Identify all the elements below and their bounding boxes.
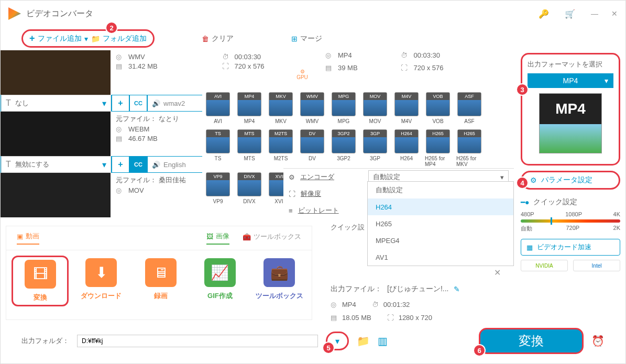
folder-dropdown[interactable]: 5 ▾ — [326, 332, 349, 350]
slider-icon: ━● — [521, 198, 529, 206]
format-option[interactable]: 3GP3GP — [362, 129, 388, 167]
folder-icon: 📁 — [91, 35, 100, 43]
gpu-accel-toggle[interactable]: ▦ ビデオカード加速 — [521, 239, 620, 256]
video-icon: ▣ — [17, 233, 23, 240]
format-option[interactable]: VP9VP9 — [205, 172, 231, 204]
resolution-icon: ⛶ — [401, 64, 409, 72]
add-subtitle-button[interactable]: + — [112, 157, 129, 172]
tool-convert[interactable]: 1 🎞 変換 — [12, 256, 69, 306]
badge-4: 4 — [516, 177, 529, 189]
format-option[interactable]: TSTS — [205, 129, 231, 167]
add-file-button[interactable]: + ファイル追加 ▾ — [29, 33, 88, 44]
gear-icon: ⚙ — [289, 173, 295, 181]
resolution-icon: ⛶ — [387, 314, 396, 322]
format-option[interactable]: MOVMOV — [362, 92, 388, 124]
output-info: ◎MP4 ⏱00:03:30 ▤39 MB ⛶720 x 576 — [325, 50, 444, 72]
size-icon: ▤ — [116, 62, 124, 70]
clear-button[interactable]: 🗑 クリア — [202, 34, 234, 43]
format-option[interactable]: H265 H265 for MP4 — [425, 129, 451, 167]
format-icon: ◎ — [116, 125, 124, 133]
format-option[interactable]: MTSMTS — [236, 129, 262, 167]
tool-gif[interactable]: 📈 GIF作成 — [193, 256, 247, 306]
format-option[interactable]: 3GP23GP2 — [331, 129, 357, 167]
tool-toolbox[interactable]: 💼 ツールボックス — [252, 256, 306, 306]
quality-slider[interactable] — [521, 219, 620, 223]
edit-icon[interactable]: ✎ — [454, 285, 460, 293]
plus-icon: + — [29, 33, 35, 44]
trash-icon: 🗑 — [202, 35, 209, 43]
add-subtitle-button[interactable]: + — [112, 95, 129, 111]
encoder-option[interactable]: 自動設定 — [368, 182, 513, 198]
download-icon: ⬇ — [95, 264, 107, 281]
resolution-icon: ⛶ — [289, 190, 295, 198]
format-icon: ◎ — [116, 186, 124, 194]
tab-toolbox[interactable]: 🧰ツールボックス — [243, 231, 301, 245]
add-group: 2 + ファイル追加 ▾ 📁 フォルダ追加 — [21, 29, 155, 48]
gpu-icon: ⚙GPU — [294, 69, 311, 85]
format-option[interactable]: H265 H265 for MKV — [456, 129, 482, 167]
close-icon[interactable]: ✕ — [494, 268, 501, 277]
resolution-icon: ⛶ — [222, 62, 230, 70]
list-button[interactable]: ▥ — [378, 335, 388, 347]
minimize-button[interactable]: — — [591, 9, 598, 18]
output-file-panel: ✕ 出力ファイル： [びじゅチューン!... ✎ ◎MP4 ⏱00:01:32 … — [323, 265, 511, 324]
format-option[interactable]: MKVMKV — [268, 92, 294, 124]
video-thumbnail[interactable] — [1, 50, 111, 95]
format-option[interactable]: M2TSM2TS — [268, 129, 294, 167]
format-option[interactable]: MP4MP4 — [236, 92, 262, 124]
add-folder-button[interactable]: 📁 フォルダ追加 — [91, 34, 147, 43]
format-option[interactable]: WMVWMV — [299, 92, 325, 124]
cc-button[interactable]: CC — [130, 95, 147, 111]
encoder-option[interactable]: AV1 — [368, 249, 513, 266]
format-option[interactable]: M4VM4V — [393, 92, 420, 124]
format-option[interactable]: DIVXDIVX — [236, 172, 262, 204]
tab-video[interactable]: ▣動画 — [17, 231, 39, 245]
tool-record[interactable]: 🖥 録画 — [134, 256, 188, 306]
badge-6: 6 — [473, 344, 486, 357]
alarm-icon[interactable]: ⏰ — [591, 335, 605, 347]
video-thumbnail[interactable] — [1, 173, 111, 217]
cart-icon[interactable]: 🛒 — [565, 9, 575, 19]
key-icon[interactable]: 🔑 — [539, 9, 549, 19]
chevron-down-icon: ▾ — [102, 160, 106, 170]
film-icon: 🎞 — [33, 266, 48, 283]
open-folder-button[interactable]: 📁 — [357, 335, 370, 347]
badge-5: 5 — [322, 341, 335, 354]
right-panel: 3 出力フォーマットを選択 MP4▾ MP4 4 ⚙ パラメータ設定 ━●クイッ… — [521, 53, 620, 271]
video-thumbnail[interactable] — [1, 112, 111, 156]
format-select[interactable]: MP4▾ — [528, 73, 613, 88]
format-preview: MP4 — [539, 93, 602, 153]
toolbox-icon: 💼 — [270, 264, 289, 281]
format-option[interactable]: AVIAVI — [205, 92, 231, 124]
encoder-option[interactable]: H265 — [368, 215, 513, 232]
encoder-option[interactable]: MPEG4 — [368, 232, 513, 249]
intel-logo: Intel — [573, 260, 620, 271]
chevron-down-icon: ▾ — [500, 173, 504, 181]
titlebar: ビデオコンバータ 🔑 🛒 — ✕ — [1, 1, 625, 27]
speaker-icon: 🔊 — [152, 100, 160, 107]
format-option[interactable]: H264H264 — [393, 129, 420, 167]
format-option[interactable]: ASFASF — [456, 92, 482, 124]
subtitle-select[interactable]: T なし ▾ — [1, 95, 111, 112]
clock-icon: ⏱ — [372, 301, 380, 308]
format-option[interactable]: DVDV — [299, 129, 325, 167]
toolbar: 2 + ファイル追加 ▾ 📁 フォルダ追加 🗑 クリア ⊞ マージ — [1, 27, 625, 50]
toolbox-icon: 🧰 — [243, 233, 251, 241]
convert-button[interactable]: 6 変換 — [479, 328, 584, 354]
subtitle-select[interactable]: T 無効にする ▾ — [1, 156, 111, 173]
output-file-label: 出力ファイル： — [331, 284, 382, 294]
output-folder-label: 出力フォルダ： — [21, 336, 69, 346]
close-button[interactable]: ✕ — [611, 9, 618, 18]
app-logo — [8, 7, 21, 20]
encoder-option[interactable]: H264 — [368, 198, 513, 215]
cc-button[interactable]: CC — [130, 157, 147, 172]
tool-download[interactable]: ⬇ ダウンロード — [74, 256, 128, 306]
settings-icon: ⚙ — [530, 176, 537, 184]
parameter-settings-button[interactable]: 4 ⚙ パラメータ設定 — [521, 171, 620, 190]
output-folder-input[interactable] — [77, 335, 318, 347]
format-option[interactable]: MPGMPG — [331, 92, 357, 124]
text-icon: T — [6, 98, 11, 108]
format-option[interactable]: VOBVOB — [425, 92, 451, 124]
tab-image[interactable]: 🖼画像 — [206, 231, 229, 245]
merge-button[interactable]: ⊞ マージ — [291, 34, 322, 43]
